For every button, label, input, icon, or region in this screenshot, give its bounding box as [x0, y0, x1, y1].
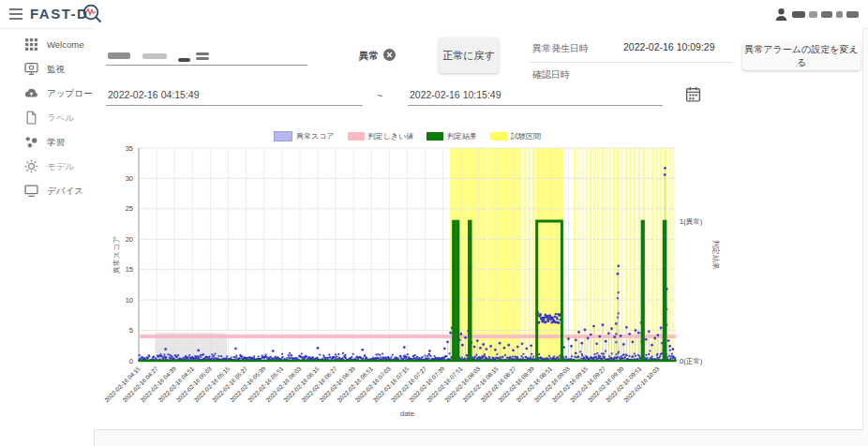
hamburger-menu-icon[interactable]: [8, 7, 23, 21]
end-input-underline: [408, 105, 663, 106]
legend-color-swatch: [274, 131, 292, 141]
gear-icon: [24, 159, 38, 173]
legend-item[interactable]: 判定しきい値: [348, 131, 414, 141]
app-logo-icon: [82, 3, 104, 25]
user-icon[interactable]: [774, 7, 788, 22]
screen: { "app": { "title": "FAST-D" }, "sidebar…: [0, 0, 868, 446]
calendar-icon[interactable]: [685, 86, 701, 103]
start-input-underline: [106, 105, 363, 106]
legend-color-swatch: [348, 132, 365, 141]
sidebar-item-label: デバイス: [47, 186, 83, 198]
legend-item[interactable]: 判定結果: [427, 131, 477, 141]
sidebar-item-device[interactable]: デバイス: [0, 179, 94, 203]
monitor-icon: [24, 62, 38, 76]
device-icon: [24, 184, 38, 198]
legend-item[interactable]: 異常スコア: [274, 131, 335, 141]
label-file-icon: [24, 111, 38, 125]
legend-label: 異常スコア: [296, 131, 335, 141]
topbar: FAST-D: [0, 0, 868, 29]
legend-label: 判定しきい値: [368, 131, 414, 141]
apps-grid-icon: [24, 37, 38, 52]
sidebar-item-welcome[interactable]: Welcome: [0, 33, 94, 57]
start-datetime-input[interactable]: 2022-02-16 04:15:49: [108, 89, 200, 100]
sidebar-item-label: Welcome: [47, 39, 83, 50]
reset-normal-button[interactable]: 正常に戻す: [439, 37, 499, 73]
range-separator: ~: [377, 90, 382, 101]
occurred-label: 異常発生日時: [532, 42, 589, 55]
sidebar-item-label: ラベル: [47, 112, 74, 125]
alarm-settings-button[interactable]: 異常アラームの設定を変える: [742, 42, 861, 70]
sidebar-item-monitor[interactable]: 監視: [0, 57, 94, 82]
confirmed-label: 確認日時: [532, 68, 570, 82]
sidebar-item-label: 学習: [47, 137, 65, 149]
legend-item[interactable]: 試験区間: [490, 131, 541, 141]
chart-legend: 異常スコア判定しきい値判定結果試験区間: [139, 129, 676, 142]
sidebar-item-model[interactable]: モデル: [0, 155, 94, 179]
app-title: FAST-D: [30, 6, 88, 22]
occurred-value: 2022-02-16 10:09:29: [623, 41, 715, 52]
sidebar-item-label-menu[interactable]: ラベル: [0, 106, 94, 130]
legend-label: 判定結果: [447, 131, 477, 141]
legend-color-swatch: [490, 132, 507, 141]
sidebar-item-training[interactable]: 学習: [0, 130, 94, 155]
cloud-upload-icon: [24, 86, 38, 100]
end-datetime-input[interactable]: 2022-02-16 10:15:49: [410, 89, 501, 100]
status-badge: 異常: [359, 50, 379, 63]
cluster-icon: [24, 135, 38, 149]
info-divider: [530, 62, 733, 63]
sidebar-item-upload[interactable]: アップロード: [0, 82, 94, 106]
legend-color-swatch: [427, 132, 443, 141]
sidebar-item-label: 監視: [47, 64, 65, 76]
status-clear-icon[interactable]: [383, 49, 396, 61]
sidebar-item-label: モデル: [47, 161, 74, 173]
sidebar: Welcome 監視 アップロード ラベル 学習 モデル デバイス: [0, 29, 95, 446]
legend-label: 試験区間: [511, 131, 541, 141]
